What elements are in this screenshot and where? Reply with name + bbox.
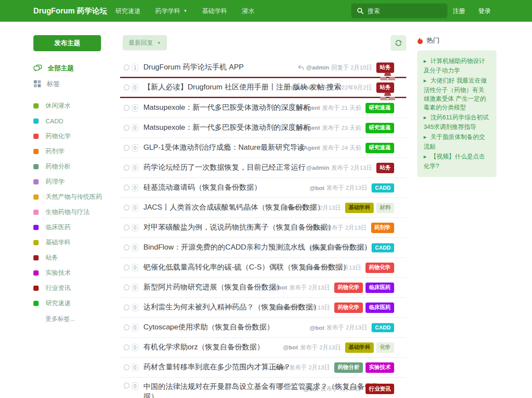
topic-title[interactable]: GLP-1受体激动剂治疗成瘾：Nature最新研究导读 bbox=[144, 143, 305, 153]
sidebar-tag-item[interactable]: CADD bbox=[33, 113, 101, 128]
sidebar-item-tags[interactable]: 标签 bbox=[33, 76, 101, 92]
topic-row[interactable]: 0 Matsupexole：新一代多巴胺受体激动剂的深度解析 @Agent 发布… bbox=[120, 98, 406, 118]
tag-badge[interactable]: 药物分析 bbox=[334, 362, 363, 373]
topic-row[interactable]: 0 JACS丨人类首次合成碳酸氢钙晶体（恢复自备份数据） @bot 发布于 2月… bbox=[120, 198, 406, 218]
sidebar-tag-item[interactable]: 药物分析 bbox=[33, 159, 101, 174]
topic-author[interactable]: @admin bbox=[306, 64, 329, 71]
tag-badge[interactable]: 研究速递 bbox=[366, 103, 394, 113]
topic-right: @Agent 发布于 23 天前 研究速递 bbox=[298, 123, 394, 133]
tag-badge[interactable]: 化学 bbox=[376, 342, 394, 353]
tag-badge[interactable]: CADD bbox=[372, 323, 394, 332]
topic-row[interactable]: 0 【新人必读】Drugforum 社区使用手册丨注册 版块 发帖 搜索 @ad… bbox=[120, 78, 406, 98]
brand-logo[interactable]: DrugForum 药学论坛 bbox=[33, 0, 107, 22]
nav-link[interactable]: 灌水 bbox=[242, 7, 255, 15]
topic-title[interactable]: Cytoscape使用求助（恢复自备份数据） bbox=[144, 322, 274, 332]
tag-badge[interactable]: 站务 bbox=[376, 82, 394, 93]
tag-badge[interactable]: CADD bbox=[372, 183, 394, 192]
topic-title[interactable]: 对甲苯磺酸盐为例，说说药物抗衡离子（恢复自备份数据） bbox=[144, 223, 335, 233]
topic-title[interactable]: 达利雷生为何未被列入精神药品？（恢复自备份数据） bbox=[144, 303, 320, 312]
sidebar-tag-item[interactable]: 研究速递 bbox=[33, 296, 101, 311]
tag-badge[interactable]: 站务 bbox=[376, 163, 394, 173]
topic-row[interactable]: 0 有机化学求助orz（恢复自备份数据） @bot 发布于 2月13日 基础学科… bbox=[120, 338, 406, 358]
topic-title[interactable]: Matsupexole：新一代多巴胺受体激动剂的深度解析 bbox=[144, 123, 310, 133]
tag-badge[interactable]: 基础学科 bbox=[345, 342, 374, 353]
sidebar-tag-item[interactable]: 站务 bbox=[33, 250, 101, 265]
tag-color-swatch bbox=[33, 149, 39, 154]
hot-topic-link[interactable]: ▶ 沈药611药学综合初试345求调剂推荐指导 bbox=[424, 113, 490, 131]
topic-row[interactable]: 0 新型阿片药物研究进展（恢复自备份数据） @bot 发布于 2月13日 药物化… bbox=[120, 278, 406, 298]
sort-dropdown[interactable]: 最新回复 ▼ bbox=[123, 35, 167, 50]
topic-title[interactable]: 中国的法律法规对在开曼群岛设立基金有哪些监管要求？（恢复自备份数据） bbox=[144, 382, 380, 398]
refresh-button[interactable] bbox=[391, 35, 406, 51]
tag-badge[interactable]: 研究速递 bbox=[366, 123, 394, 133]
topic-row[interactable]: 0 药学论坛经历了一次数据恢复，目前已经正常运行 @admin 发布于 2月13… bbox=[120, 158, 406, 178]
hot-topic-link[interactable]: ▶ 关于脂质体制备的交流贴 bbox=[424, 132, 490, 151]
tag-badge[interactable]: 行业资讯 bbox=[366, 384, 394, 394]
more-tags-link[interactable]: 更多标签... bbox=[33, 311, 101, 326]
sidebar-tag-item[interactable]: 休闲灌水 bbox=[33, 98, 101, 113]
tag-badge[interactable]: 药物化学 bbox=[334, 283, 363, 293]
topic-row[interactable]: 0 Matsupexole：新一代多巴胺受体激动剂的深度解析 @Agent 发布… bbox=[120, 118, 406, 138]
comment-count-cluster: 0 bbox=[123, 284, 138, 292]
topic-row[interactable]: 0 GLP-1受体激动剂治疗成瘾：Nature最新研究导读 @Agent 发布于… bbox=[120, 138, 406, 158]
nav-link[interactable]: 研究速递 bbox=[115, 7, 140, 15]
topic-row[interactable]: 1 DrugForum 药学论坛手机 APP @admin 回复于 2月10日 … bbox=[120, 58, 406, 78]
topic-row[interactable]: 0 BindFlow：开源免费的的CADD亲和力预测流水线（恢复自备份数据） @… bbox=[120, 238, 406, 258]
topic-title[interactable]: 硅基流动邀请码（恢复自备份数据） bbox=[144, 183, 261, 193]
tag-badge[interactable]: 基础学科 bbox=[345, 203, 374, 213]
tag-badge[interactable]: 药剂学 bbox=[371, 223, 395, 233]
sidebar-tag-item[interactable]: 基础学科 bbox=[33, 235, 101, 250]
hot-topic-link[interactable]: ▶ 计算机辅助药物设计及分子动力学 bbox=[424, 56, 490, 75]
topic-title[interactable]: Matsupexole：新一代多巴胺受体激动剂的深度解析 bbox=[144, 103, 310, 113]
sidebar-tag-item[interactable]: 行业资讯 bbox=[33, 280, 101, 296]
topic-author[interactable]: @bot bbox=[310, 324, 324, 331]
nav-link[interactable]: 基础学科 bbox=[202, 7, 227, 15]
tag-badge[interactable]: 研究速递 bbox=[366, 143, 394, 153]
hot-topic-link[interactable]: ▶ 大佬们好 我最近在做活性分子（药物）有关雄激素受体 产生一定的毒素的分类模型 bbox=[424, 76, 490, 112]
sidebar-tag-item[interactable]: 生物药物与疗法 bbox=[33, 204, 101, 220]
tag-badge[interactable]: 药物化学 bbox=[366, 263, 394, 273]
register-link[interactable]: 注册 bbox=[453, 7, 465, 15]
sidebar-tag-item[interactable]: 临床医药 bbox=[33, 220, 101, 235]
sidebar-item-all-discussions[interactable]: 全部主题 bbox=[33, 60, 101, 76]
sidebar-tag-item[interactable]: 药物化学 bbox=[33, 128, 101, 144]
topic-title[interactable]: 新型阿片药物研究进展（恢复自备份数据） bbox=[144, 283, 284, 293]
topic-row[interactable]: 0 中国的法律法规对在开曼群岛设立基金有哪些监管要求？（恢复自备份数据） @bo… bbox=[120, 378, 406, 398]
sidebar-tag-item[interactable]: 药理学 bbox=[33, 174, 101, 189]
topic-title[interactable]: 有机化学求助orz（恢复自备份数据） bbox=[144, 342, 264, 352]
search-input[interactable] bbox=[367, 3, 445, 18]
triangle-bullet-icon: ▶ bbox=[424, 135, 427, 139]
sidebar-tag-item[interactable]: 药剂学 bbox=[33, 144, 101, 159]
sidebar-tag-item[interactable]: 天然产物与传统医药 bbox=[33, 189, 101, 204]
topic-author[interactable]: @admin bbox=[306, 164, 329, 171]
login-link[interactable]: 登录 bbox=[478, 7, 491, 15]
topic-row[interactable]: 0 药材含量转移率到底在多少范围内才算正确？ @bot 发布于 2月13日 药物… bbox=[120, 358, 406, 378]
tag-badge[interactable]: 临床医药 bbox=[366, 283, 394, 293]
tag-badge[interactable]: 临床医药 bbox=[366, 303, 394, 313]
tag-badge[interactable]: 站务 bbox=[376, 62, 394, 73]
topic-author[interactable]: @bot bbox=[283, 344, 298, 351]
topic-row[interactable]: 0 Cytoscape使用求助（恢复自备份数据） @bot 发布于 2月13日 … bbox=[120, 318, 406, 338]
topic-title[interactable]: JACS丨人类首次合成碳酸氢钙晶体（恢复自备份数据） bbox=[144, 203, 324, 213]
topic-title[interactable]: 药学论坛经历了一次数据恢复，目前已经正常运行 bbox=[144, 163, 306, 173]
nav-link[interactable]: 药学学科 ▼ bbox=[155, 7, 187, 15]
tag-badge[interactable]: 实验技术 bbox=[366, 362, 394, 373]
topic-title[interactable]: 钯催化低载量高转化率的碳-硫（C-S）偶联（恢复自备份数据） bbox=[144, 263, 350, 273]
sidebar-tag-item[interactable]: 实验技术 bbox=[33, 265, 101, 280]
topic-title[interactable]: DrugForum 药学论坛手机 APP bbox=[144, 62, 244, 72]
hot-topic-link[interactable]: ▶ 【视频】什么是点击化学? bbox=[424, 152, 490, 170]
tag-badge[interactable]: 药物化学 bbox=[334, 303, 363, 313]
topic-title[interactable]: 药材含量转移率到底在多少范围内才算正确？ bbox=[144, 362, 291, 372]
new-topic-button[interactable]: 发布主题 bbox=[33, 35, 101, 51]
topic-row[interactable]: 0 钯催化低载量高转化率的碳-硫（C-S）偶联（恢复自备份数据） @bot 发布… bbox=[120, 258, 406, 278]
topic-row[interactable]: 0 对甲苯磺酸盐为例，说说药物抗衡离子（恢复自备份数据） @bot 发布于 2月… bbox=[120, 218, 406, 238]
tag-badge[interactable]: CADD bbox=[372, 243, 394, 252]
topic-author[interactable]: @bot bbox=[310, 184, 324, 191]
topic-title[interactable]: 【新人必读】Drugforum 社区使用手册丨注册 版块 发帖 搜索 bbox=[144, 82, 341, 92]
tag-color-swatch bbox=[33, 225, 39, 230]
tag-badge[interactable]: 材料 bbox=[376, 203, 394, 213]
forum-page: DrugForum 药学论坛 研究速递 药学学科 ▼ 基础学科 灌水 注册 登录… bbox=[0, 0, 532, 398]
topic-row[interactable]: 0 达利雷生为何未被列入精神药品？（恢复自备份数据） @bot 发布于 2月13… bbox=[120, 298, 406, 318]
topic-title[interactable]: BindFlow：开源免费的的CADD亲和力预测流水线（恢复自备份数据） bbox=[144, 243, 372, 253]
topic-row[interactable]: 0 硅基流动邀请码（恢复自备份数据） @bot 发布于 2月13日 CADD bbox=[120, 178, 406, 198]
